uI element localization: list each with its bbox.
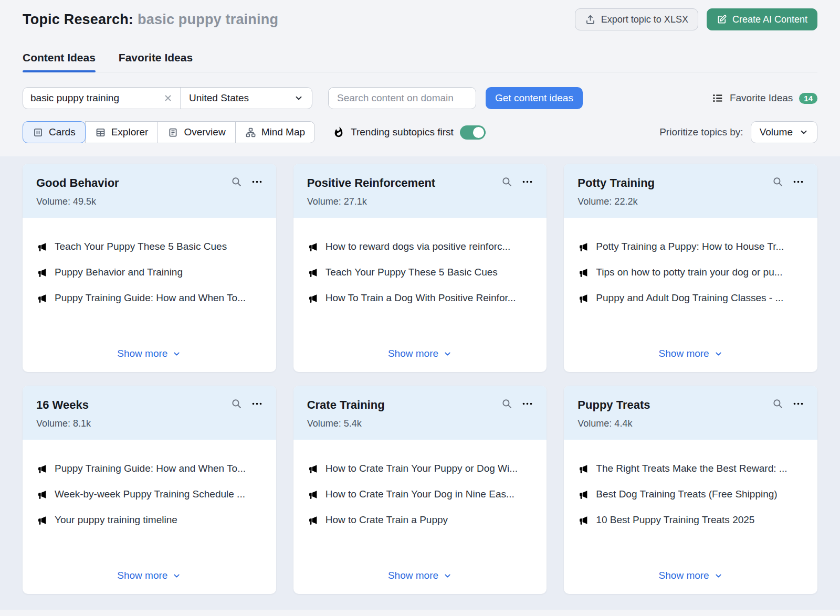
more-options-icon[interactable] <box>793 398 804 409</box>
trending-toggle[interactable] <box>460 125 486 140</box>
list-item[interactable]: Teach Your Puppy These 5 Basic Cues <box>307 267 533 278</box>
topic-title[interactable]: 16 Weeks <box>36 398 89 412</box>
list-item[interactable]: Best Dog Training Treats (Free Shipping) <box>578 488 804 500</box>
idea-title: Week-by-week Puppy Training Schedule ... <box>55 488 245 500</box>
view-mindmap-button[interactable]: Mind Map <box>235 121 315 143</box>
keyword-country-input: United States <box>23 87 312 109</box>
topic-card-body: How to reward dogs via positive reinforc… <box>293 218 547 372</box>
list-item[interactable]: Tips on how to potty train your dog or p… <box>578 267 804 278</box>
list-item[interactable]: How to Crate Train a Puppy <box>307 514 533 526</box>
prioritize-select[interactable]: Volume <box>751 121 817 143</box>
show-more-button[interactable]: Show more <box>36 348 262 362</box>
export-xlsx-button[interactable]: Export topic to XLSX <box>575 8 698 30</box>
megaphone-icon <box>36 463 47 474</box>
tab-content-ideas[interactable]: Content Ideas <box>23 51 96 72</box>
list-item[interactable]: Puppy and Adult Dog Training Classes - .… <box>578 292 804 304</box>
more-options-icon[interactable] <box>251 398 262 409</box>
topic-title[interactable]: Positive Reinforcement <box>307 176 436 190</box>
domain-search-input[interactable] <box>328 87 476 109</box>
idea-title: How to Crate Train Your Puppy or Dog Wi.… <box>326 463 518 474</box>
topic-card-body: How to Crate Train Your Puppy or Dog Wi.… <box>293 440 547 594</box>
topic-card: 16 Weeks Volume: 8.1k Puppy Training Gui… <box>23 386 276 594</box>
search-topic-icon[interactable] <box>231 176 242 187</box>
list-item[interactable]: Potty Training a Puppy: How to House Tr.… <box>578 241 804 252</box>
list-item[interactable]: How to reward dogs via positive reinforc… <box>307 241 533 252</box>
topic-card-header: 16 Weeks Volume: 8.1k <box>23 386 276 440</box>
show-more-label: Show more <box>117 348 167 359</box>
idea-list: How to reward dogs via positive reinforc… <box>307 228 533 348</box>
show-more-button[interactable]: Show more <box>578 570 804 583</box>
idea-list: Puppy Training Guide: How and When To...… <box>36 450 262 570</box>
topic-title[interactable]: Crate Training <box>307 398 385 412</box>
more-options-icon[interactable] <box>793 176 804 187</box>
view-overview-button[interactable]: Overview <box>158 121 235 143</box>
chevron-down-icon <box>172 349 181 358</box>
more-options-icon[interactable] <box>251 176 262 187</box>
trending-label: Trending subtopics first <box>351 126 454 138</box>
list-item[interactable]: Puppy Training Guide: How and When To... <box>36 463 262 474</box>
megaphone-icon <box>307 293 318 304</box>
search-topic-icon[interactable] <box>772 398 783 409</box>
idea-title: Puppy Behavior and Training <box>55 267 183 278</box>
megaphone-icon <box>36 515 47 526</box>
megaphone-icon <box>307 489 318 500</box>
list-item[interactable]: 10 Best Puppy Training Treats 2025 <box>578 514 804 526</box>
show-more-button[interactable]: Show more <box>36 570 262 583</box>
megaphone-icon <box>578 241 589 252</box>
create-ai-content-button[interactable]: Create AI Content <box>707 8 817 30</box>
favorite-ideas-link[interactable]: Favorite Ideas 14 <box>712 92 817 104</box>
list-item[interactable]: How To Train a Dog With Positive Reinfor… <box>307 292 533 304</box>
list-item[interactable]: Puppy Behavior and Training <box>36 267 262 278</box>
idea-title: Puppy Training Guide: How and When To... <box>55 292 246 304</box>
edit-square-icon <box>717 14 727 25</box>
idea-title: How to Crate Train Your Dog in Nine Eas.… <box>326 488 514 500</box>
topic-card-body: Potty Training a Puppy: How to House Tr.… <box>564 218 817 372</box>
topic-card: Puppy Treats Volume: 4.4k The Right Trea… <box>564 386 817 594</box>
topic-card-header: Potty Training Volume: 22.2k <box>564 164 817 218</box>
show-more-button[interactable]: Show more <box>307 570 533 583</box>
overview-doc-icon <box>167 127 178 138</box>
prioritize-control: Prioritize topics by: Volume <box>659 121 817 143</box>
more-options-icon[interactable] <box>522 176 533 187</box>
search-topic-icon[interactable] <box>501 398 512 409</box>
search-topic-icon[interactable] <box>772 176 783 187</box>
table-view-icon <box>95 127 106 138</box>
list-item[interactable]: Teach Your Puppy These 5 Basic Cues <box>36 241 262 252</box>
idea-title: How to Crate Train a Puppy <box>326 514 448 526</box>
megaphone-icon <box>578 489 589 500</box>
chevron-down-icon <box>172 571 181 580</box>
search-topic-icon[interactable] <box>231 398 242 409</box>
country-select[interactable]: United States <box>181 88 312 109</box>
list-item[interactable]: How to Crate Train Your Puppy or Dog Wi.… <box>307 463 533 474</box>
header-actions: Export topic to XLSX Create AI Content <box>575 8 817 30</box>
show-more-button[interactable]: Show more <box>307 348 533 362</box>
show-more-button[interactable]: Show more <box>578 348 804 362</box>
get-content-ideas-button[interactable]: Get content ideas <box>486 87 583 109</box>
clear-keyword-icon[interactable] <box>163 93 173 103</box>
idea-title: Teach Your Puppy These 5 Basic Cues <box>55 241 227 252</box>
megaphone-icon <box>578 293 589 304</box>
topic-title[interactable]: Good Behavior <box>36 176 119 190</box>
idea-list: Potty Training a Puppy: How to House Tr.… <box>578 228 804 348</box>
megaphone-icon <box>307 267 318 278</box>
idea-title: Your puppy training timeline <box>55 514 177 526</box>
view-explorer-button[interactable]: Explorer <box>85 121 159 143</box>
keyword-input[interactable] <box>30 92 159 104</box>
favorite-ideas-label: Favorite Ideas <box>730 92 793 104</box>
topic-title[interactable]: Potty Training <box>578 176 655 190</box>
list-item[interactable]: Your puppy training timeline <box>36 514 262 526</box>
idea-title: Best Dog Training Treats (Free Shipping) <box>596 488 777 500</box>
more-options-icon[interactable] <box>522 398 533 409</box>
megaphone-icon <box>307 515 318 526</box>
megaphone-icon <box>578 267 589 278</box>
list-item[interactable]: Week-by-week Puppy Training Schedule ... <box>36 488 262 500</box>
view-cards-button[interactable]: Cards <box>23 121 86 143</box>
list-item[interactable]: Puppy Training Guide: How and When To... <box>36 292 262 304</box>
list-item[interactable]: The Right Treats Make the Best Reward: .… <box>578 463 804 474</box>
tab-favorite-ideas[interactable]: Favorite Ideas <box>119 51 193 72</box>
topic-title[interactable]: Puppy Treats <box>578 398 650 412</box>
idea-list: Teach Your Puppy These 5 Basic Cues Pupp… <box>36 228 262 348</box>
views-row: Cards Explorer Overview Mind Map Trendin… <box>23 121 817 143</box>
search-topic-icon[interactable] <box>501 176 512 187</box>
list-item[interactable]: How to Crate Train Your Dog in Nine Eas.… <box>307 488 533 500</box>
